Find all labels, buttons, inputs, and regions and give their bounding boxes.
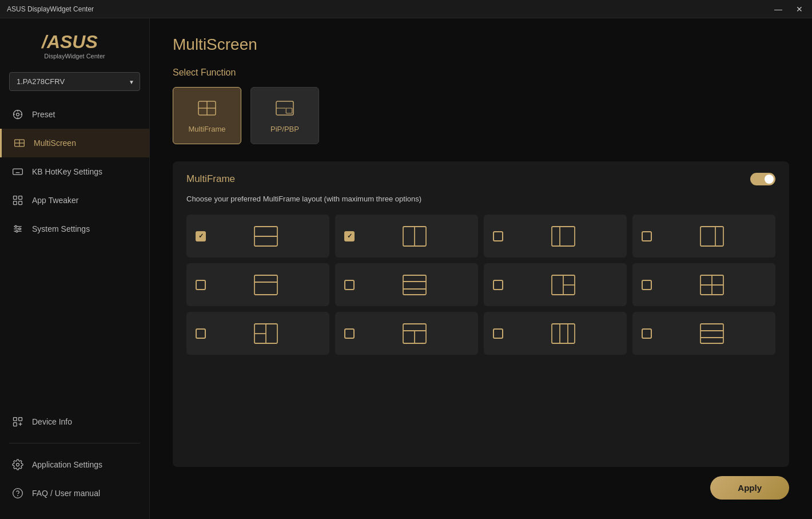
svg-rect-28 — [14, 423, 17, 426]
layout-cell-3[interactable] — [632, 215, 775, 257]
layout-icon-2 — [509, 225, 618, 247]
sidebar-item-faq[interactable]: FAQ / User manual — [0, 479, 149, 508]
sidebar-item-label-application-settings: Application Settings — [32, 460, 102, 469]
asus-logo-svg: /ASUS — [41, 30, 109, 51]
svg-point-25 — [16, 231, 18, 232]
keyboard-icon — [11, 165, 24, 178]
svg-rect-38 — [286, 108, 292, 113]
function-card-pip-pbp-label: PiP/PBP — [270, 125, 299, 133]
function-card-multiframe[interactable]: MultiFrame — [173, 87, 241, 144]
sidebar: /ASUS DisplayWidget Center 1.PA278CFRV ▼ — [0, 18, 150, 519]
svg-text:/ASUS: /ASUS — [41, 31, 98, 51]
title-bar: ASUS DisplayWidget Center — ✕ — [0, 0, 812, 18]
window-controls: — ✕ — [772, 5, 805, 14]
multiframe-header: MultiFrame — [186, 173, 775, 185]
apply-button[interactable]: Apply — [710, 476, 789, 500]
layout-checkbox-5[interactable] — [344, 280, 355, 290]
layout-icon-0 — [212, 225, 320, 247]
function-card-multiframe-label: MultiFrame — [188, 125, 225, 133]
layout-cell-1[interactable] — [335, 215, 478, 257]
layout-checkbox-2[interactable] — [493, 231, 503, 241]
sidebar-item-system-settings[interactable]: System Settings — [0, 215, 149, 243]
sidebar-item-app-tweaker[interactable]: App Tweaker — [0, 186, 149, 215]
system-settings-icon — [11, 223, 24, 235]
svg-rect-17 — [19, 196, 22, 200]
svg-rect-48 — [254, 275, 277, 295]
layout-cell-4[interactable] — [186, 263, 329, 306]
main-content: MultiScreen Select Function MultiFrame — [150, 18, 812, 519]
layout-icon-1 — [360, 225, 469, 247]
layout-cell-9[interactable] — [335, 312, 478, 355]
footer-bar: Apply — [173, 467, 789, 502]
function-card-pip-pbp[interactable]: PiP/PBP — [250, 87, 319, 144]
sidebar-nav: Preset MultiScreen — [0, 100, 149, 407]
sidebar-item-kb-hotkey[interactable]: KB HotKey Settings — [0, 157, 149, 186]
sidebar-item-label-kb-hotkey: KB HotKey Settings — [32, 167, 102, 176]
svg-point-32 — [13, 489, 23, 498]
device-select[interactable]: 1.PA278CFRV — [9, 72, 140, 91]
page-title: MultiScreen — [173, 35, 789, 54]
tweaker-icon — [11, 194, 24, 207]
sidebar-item-label-preset: Preset — [32, 110, 55, 119]
app-title: ASUS DisplayWidget Center — [7, 5, 94, 13]
svg-rect-27 — [19, 418, 22, 421]
layout-checkbox-4[interactable] — [196, 280, 206, 290]
sidebar-subtitle: DisplayWidget Center — [44, 53, 105, 60]
sidebar-divider — [9, 443, 140, 443]
layout-icon-11 — [658, 323, 766, 344]
layout-checkbox-11[interactable] — [642, 328, 652, 339]
svg-rect-18 — [14, 201, 17, 205]
sidebar-item-label-faq: FAQ / User manual — [32, 489, 100, 498]
svg-point-2 — [17, 113, 19, 116]
minimize-button[interactable]: — — [772, 5, 785, 14]
app-body: /ASUS DisplayWidget Center 1.PA278CFRV ▼ — [0, 18, 812, 519]
function-cards: MultiFrame PiP/PBP — [173, 87, 789, 144]
sidebar-item-device-info[interactable]: Device Info — [0, 407, 149, 436]
svg-rect-44 — [552, 227, 575, 246]
sidebar-item-label-device-info: Device Info — [32, 417, 72, 426]
layout-checkbox-8[interactable] — [196, 328, 206, 339]
svg-rect-10 — [13, 169, 23, 175]
layout-cell-7[interactable] — [632, 263, 775, 306]
sidebar-item-label-app-tweaker: App Tweaker — [32, 196, 78, 205]
multiscreen-icon — [13, 137, 26, 149]
pip-pbp-card-icon — [274, 98, 295, 120]
svg-point-31 — [17, 463, 19, 466]
layout-cell-8[interactable] — [186, 312, 329, 355]
svg-point-24 — [19, 228, 21, 229]
multiframe-toggle[interactable] — [750, 173, 775, 185]
sidebar-item-application-settings[interactable]: Application Settings — [0, 450, 149, 479]
svg-rect-16 — [14, 196, 17, 200]
layout-checkbox-7[interactable] — [642, 280, 652, 290]
layout-checkbox-3[interactable] — [642, 231, 652, 241]
preset-icon — [11, 108, 24, 121]
app-settings-icon — [11, 458, 24, 471]
layout-cell-11[interactable] — [632, 312, 775, 355]
layout-icon-5 — [360, 274, 469, 296]
layout-cell-10[interactable] — [484, 312, 627, 355]
svg-rect-19 — [19, 201, 22, 205]
sidebar-item-label-multiscreen: MultiScreen — [34, 138, 76, 148]
layout-checkbox-0[interactable] — [196, 231, 206, 241]
layout-icon-7 — [658, 274, 766, 296]
layout-cell-6[interactable] — [484, 263, 627, 306]
sidebar-item-multiscreen[interactable]: MultiScreen — [0, 129, 149, 157]
multiframe-desc: Choose your preferred MultiFrame layout … — [186, 195, 775, 203]
layout-cell-5[interactable] — [335, 263, 478, 306]
layout-icon-9 — [360, 323, 469, 344]
layout-icon-10 — [509, 323, 618, 344]
layout-checkbox-10[interactable] — [493, 328, 503, 339]
layout-icon-6 — [509, 274, 618, 296]
select-function-label: Select Function — [173, 68, 789, 78]
layout-cell-2[interactable] — [484, 215, 627, 257]
layout-cell-0[interactable] — [186, 215, 329, 257]
layout-icon-4 — [212, 274, 320, 296]
help-icon — [11, 487, 24, 500]
layout-checkbox-1[interactable] — [344, 231, 355, 241]
device-select-wrapper[interactable]: 1.PA278CFRV ▼ — [9, 72, 140, 91]
sidebar-item-preset[interactable]: Preset — [0, 100, 149, 129]
multiframe-section-title: MultiFrame — [186, 173, 235, 185]
layout-checkbox-9[interactable] — [344, 328, 355, 339]
layout-checkbox-6[interactable] — [493, 280, 503, 290]
close-button[interactable]: ✕ — [794, 5, 805, 14]
